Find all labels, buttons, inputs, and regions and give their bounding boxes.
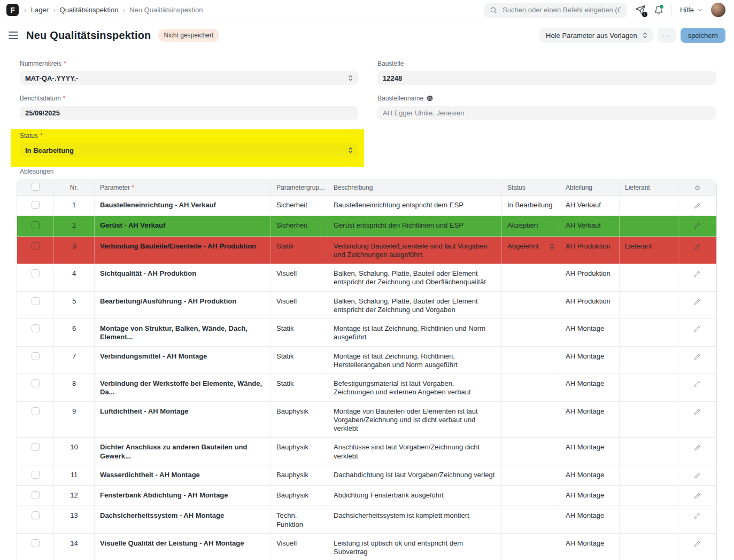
get-parameters-from-templates-select[interactable]: Hole Parameter aus Vorlagen (539, 28, 653, 43)
user-avatar[interactable] (711, 3, 725, 17)
cell-status[interactable] (502, 319, 560, 347)
cell-abteilung[interactable]: AH Montage (560, 374, 620, 402)
cell-parameter[interactable]: Bearbeitung/Ausführung - AH Produktion (95, 292, 271, 320)
row-checkbox[interactable] (32, 352, 40, 360)
save-button[interactable]: speichern (681, 28, 725, 43)
cell-lieferant[interactable]: Lieferant (620, 237, 678, 265)
cell-status[interactable] (502, 374, 560, 402)
edit-row-icon[interactable] (694, 325, 701, 332)
cell-parametergruppe[interactable]: Visuell (271, 292, 328, 320)
cell-lieferant[interactable] (620, 196, 678, 216)
cell-lieferant[interactable] (620, 486, 678, 506)
cell-abteilung[interactable]: AH Verkauf (560, 216, 620, 236)
cell-parametergruppe[interactable]: Bauphysik (271, 486, 328, 506)
cell-status[interactable] (502, 347, 560, 375)
edit-row-icon[interactable] (694, 270, 701, 277)
cell-lieferant[interactable] (620, 264, 678, 292)
row-checkbox[interactable] (32, 242, 40, 250)
cell-lieferant[interactable] (620, 438, 678, 465)
cell-beschreibung[interactable]: Abdichtung Fensterbank ausgeführt (328, 486, 502, 506)
sidebar-toggle-icon[interactable] (9, 32, 18, 39)
cell-beschreibung[interactable]: Baustelleneinrichtung entspricht dem ESP (328, 196, 502, 216)
breadcrumb-lager[interactable]: Lager (31, 6, 49, 14)
more-menu-button[interactable]: ··· (658, 28, 676, 43)
cell-parameter[interactable]: Fensterbank Abdichtung - AH Montage (95, 486, 271, 506)
cell-parametergruppe[interactable]: Bauphysik (271, 465, 328, 486)
cell-status[interactable]: Abgelehnt (502, 237, 560, 265)
edit-row-icon[interactable] (694, 512, 701, 519)
column-header-abteilung[interactable]: Abteilung (560, 180, 620, 196)
cell-beschreibung[interactable]: Gerüst entspricht den Richtlinien und ES… (328, 216, 502, 236)
cell-lieferant[interactable] (620, 534, 678, 560)
cell-parametergruppe[interactable]: Statik (271, 319, 328, 347)
nummernkreis-select[interactable]: MAT-QA-.YYYY.- (20, 71, 358, 85)
cell-lieferant[interactable] (620, 216, 678, 236)
cell-status[interactable]: In Bearbeitung (502, 196, 560, 216)
cell-parameter[interactable]: Verbindung Bauteile/Eisenteile - AH Prod… (95, 237, 271, 265)
column-header-status[interactable]: Status (502, 180, 560, 196)
cell-status[interactable] (502, 506, 560, 534)
cell-lieferant[interactable] (620, 374, 678, 402)
cell-parameter[interactable]: Gerüst - AH Verkauf (95, 216, 271, 236)
cell-parametergruppe[interactable]: Visuell (271, 534, 328, 560)
cell-beschreibung[interactable]: Dachsicherheitssystem ist komplett monti… (328, 506, 502, 534)
edit-row-icon[interactable] (694, 472, 701, 479)
row-checkbox[interactable] (32, 269, 40, 277)
cell-parametergruppe[interactable]: Statik (271, 374, 328, 402)
cell-beschreibung[interactable]: Verbindung Bauteile/Eisenteile sind laut… (328, 237, 502, 265)
cell-parametergruppe[interactable]: Statik (271, 237, 328, 265)
status-select[interactable]: In Bearbeitung (20, 143, 358, 157)
row-checkbox[interactable] (32, 539, 40, 547)
row-checkbox[interactable] (32, 407, 40, 415)
edit-row-icon[interactable] (694, 444, 701, 451)
cell-lieferant[interactable] (620, 319, 678, 347)
cell-abteilung[interactable]: AH Montage (560, 534, 620, 560)
edit-row-icon[interactable] (694, 540, 701, 547)
cell-beschreibung[interactable]: Befestigungsmaterial ist laut Vorgaben, … (328, 374, 502, 402)
cell-abteilung[interactable]: AH Produktion (560, 237, 620, 265)
cell-beschreibung[interactable]: Balken, Schalung, Platte, Bauteil oder E… (328, 292, 502, 320)
cell-parametergruppe[interactable]: Statik (271, 347, 328, 375)
select-all-checkbox[interactable] (32, 183, 40, 191)
cell-parameter[interactable]: Montage von Struktur, Balken, Wände, Dac… (95, 319, 271, 347)
breadcrumb-qualitaetsinspektion[interactable]: Qualitätsinspektion (60, 6, 119, 14)
edit-row-icon[interactable] (694, 353, 701, 360)
cell-parameter[interactable]: Verbindungsmittel - AH Montage (95, 347, 271, 375)
cell-lieferant[interactable] (620, 292, 678, 320)
global-search[interactable] (484, 3, 627, 18)
cell-status[interactable]: Akzeptiert (502, 216, 560, 236)
column-header-lieferant[interactable]: Lieferant (620, 180, 678, 196)
app-logo[interactable]: F (6, 4, 19, 16)
cell-status[interactable] (502, 534, 560, 560)
cell-beschreibung[interactable]: Leistung ist optisch ok und entspricht d… (328, 534, 502, 560)
cell-parametergruppe[interactable]: Techn. Funktion (271, 506, 328, 534)
row-checkbox[interactable] (32, 511, 40, 519)
help-menu[interactable]: Hilfe (680, 6, 703, 14)
cell-beschreibung[interactable]: Anschlüsse sind laut Vorgaben/Zeichnung … (328, 438, 502, 465)
row-checkbox[interactable] (32, 324, 40, 332)
row-checkbox[interactable] (32, 201, 40, 209)
cell-parametergruppe[interactable]: Bauphysik (271, 438, 328, 465)
cell-parameter[interactable]: Dachsicherheitssystem - AH Montage (95, 506, 271, 534)
edit-row-icon[interactable] (694, 380, 701, 387)
cell-parameter[interactable]: Luftdichtheit - AH Montage (95, 402, 271, 438)
row-checkbox[interactable] (32, 491, 40, 499)
cell-abteilung[interactable]: AH Montage (560, 319, 620, 347)
cell-beschreibung[interactable]: Balken, Schalung, Platte, Bauteil oder E… (328, 264, 502, 292)
edit-row-icon[interactable] (694, 408, 701, 415)
cell-abteilung[interactable]: AH Montage (560, 402, 620, 438)
search-input[interactable] (501, 5, 622, 14)
cell-lieferant[interactable] (620, 402, 678, 438)
row-checkbox[interactable] (32, 471, 40, 479)
cell-beschreibung[interactable]: Montage ist laut Zeichnung, Richtlinien,… (328, 347, 502, 375)
cell-beschreibung[interactable]: Dachabdichtung ist laut Vorgaben/Zeichnu… (328, 465, 502, 486)
cell-parameter[interactable]: Wasserdichtheit - AH Montage (95, 465, 271, 486)
grid-settings-gear-icon[interactable]: ⚙ (694, 184, 701, 192)
baustelle-input[interactable]: 12248 (377, 71, 716, 85)
column-header-beschreibung[interactable]: Beschreibung (328, 180, 502, 196)
cell-parameter[interactable]: Visuelle Qualität der Leistung - AH Mont… (95, 534, 271, 560)
cell-status[interactable] (502, 438, 560, 465)
cell-parameter[interactable]: Verbindung der Werkstoffe bei Elemente, … (95, 374, 271, 402)
edit-row-icon[interactable] (694, 492, 701, 499)
cell-parametergruppe[interactable]: Sicherheit (271, 196, 328, 216)
